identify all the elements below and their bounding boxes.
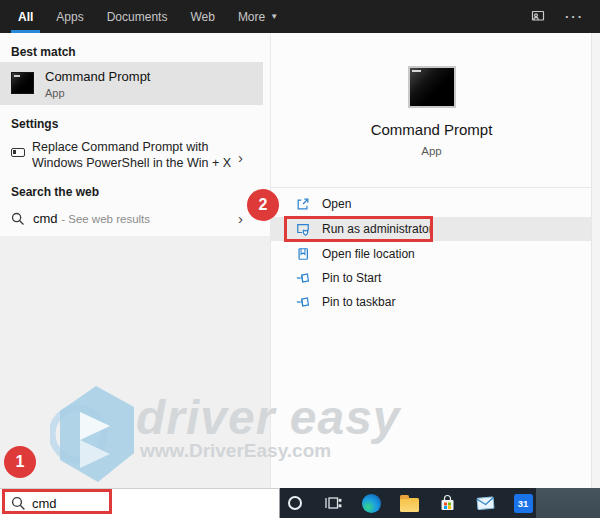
results-column: Best match Command Prompt App Settings R…: [0, 33, 270, 488]
blurred-system-tray[interactable]: [536, 488, 600, 518]
preview-app-type: App: [271, 145, 592, 157]
best-match-title: Command Prompt: [45, 69, 150, 84]
scrollbar[interactable]: [591, 33, 600, 488]
tab-documents-label: Documents: [107, 10, 168, 24]
tab-more[interactable]: More ▼: [238, 0, 278, 33]
settings-result-line2: Windows PowerShell in the Win + X: [32, 155, 231, 171]
cortana-icon[interactable]: [285, 493, 305, 513]
annotation-step-2-box: [284, 216, 433, 242]
settings-result-label: Replace Command Prompt with Windows Powe…: [32, 139, 231, 171]
settings-header: Settings: [11, 117, 58, 131]
calendar-day-number: 31: [514, 494, 533, 513]
best-match-result[interactable]: Command Prompt App: [0, 62, 263, 105]
web-suffix: - See web results: [61, 213, 150, 225]
topbar-actions: ···: [530, 0, 584, 33]
tab-all[interactable]: All: [18, 0, 33, 33]
best-match-subtitle: App: [45, 87, 65, 99]
open-icon: [296, 197, 310, 211]
tab-apps[interactable]: Apps: [56, 0, 83, 33]
panel-divider: [271, 187, 592, 188]
command-prompt-icon-large: [408, 66, 456, 108]
search-filter-tabs: All Apps Documents Web More ▼: [18, 0, 278, 33]
file-explorer-icon[interactable]: [399, 493, 419, 513]
pin-icon: [296, 295, 310, 309]
settings-result-line1: Replace Command Prompt with: [32, 139, 231, 155]
action-open[interactable]: Open: [271, 192, 592, 216]
file-location-icon: [296, 247, 310, 261]
command-prompt-icon: [11, 72, 34, 94]
web-search-result[interactable]: cmd - See web results ›: [0, 205, 263, 235]
search-icon: [11, 212, 25, 230]
settings-result[interactable]: Replace Command Prompt with Windows Powe…: [0, 137, 263, 177]
preview-app-title: Command Prompt: [271, 121, 592, 138]
action-pin-to-start[interactable]: Pin to Start: [271, 266, 592, 290]
search-topbar: All Apps Documents Web More ▼ ···: [0, 0, 600, 33]
tab-more-label: More: [238, 10, 265, 24]
chevron-down-icon: ▼: [270, 12, 278, 21]
more-options-icon[interactable]: ···: [565, 12, 584, 22]
annotation-step-1-badge: 1: [4, 446, 36, 478]
tab-apps-label: Apps: [56, 10, 83, 24]
tab-web-label: Web: [190, 10, 214, 24]
annotation-step-2-badge: 2: [247, 189, 279, 221]
store-icon[interactable]: [437, 493, 457, 513]
tab-web[interactable]: Web: [190, 0, 214, 33]
chevron-right-icon: ›: [238, 210, 243, 227]
windows-search-flyout: All Apps Documents Web More ▼ ··· Best m…: [0, 0, 600, 518]
best-match-header: Best match: [11, 45, 76, 59]
calendar-icon[interactable]: 31: [513, 493, 533, 513]
chevron-right-icon: ›: [238, 149, 243, 166]
edge-icon[interactable]: [361, 493, 381, 513]
preview-panel: Command Prompt App Open Run as administr…: [270, 33, 600, 488]
mail-icon[interactable]: [475, 493, 495, 513]
taskbar: 31: [280, 488, 600, 518]
action-pin-to-taskbar[interactable]: Pin to taskbar: [271, 290, 592, 314]
action-open-label: Open: [322, 197, 351, 211]
web-query: cmd: [33, 211, 58, 226]
task-view-icon[interactable]: [323, 493, 343, 513]
search-web-header: Search the web: [11, 185, 99, 199]
tab-all-label: All: [18, 10, 33, 24]
pin-icon: [296, 271, 310, 285]
action-open-file-location[interactable]: Open file location: [271, 242, 592, 266]
action-pin-taskbar-label: Pin to taskbar: [322, 295, 395, 309]
settings-toggle-icon: [11, 148, 25, 157]
feedback-icon[interactable]: [530, 9, 546, 25]
action-file-location-label: Open file location: [322, 247, 415, 261]
annotation-step-1-box: [2, 489, 112, 514]
tab-documents[interactable]: Documents: [107, 0, 168, 33]
web-result-label: cmd - See web results: [33, 211, 150, 226]
action-pin-start-label: Pin to Start: [322, 271, 381, 285]
